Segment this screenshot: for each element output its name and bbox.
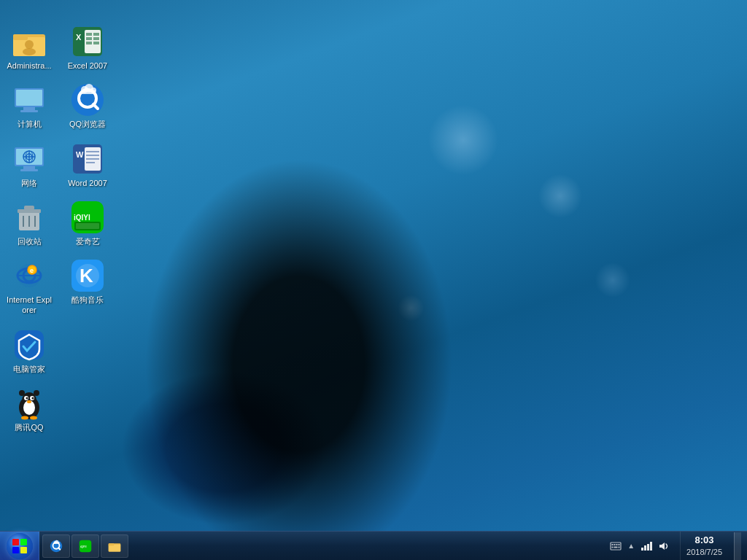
excel-label: Excel 2007: [68, 61, 107, 71]
icon-recycle[interactable]: 回收站: [2, 197, 57, 249]
svg-point-3: [25, 40, 34, 49]
svg-rect-51: [93, 42, 99, 44]
svg-rect-17: [20, 169, 38, 171]
icon-ie[interactable]: e Internet Explorer: [2, 255, 57, 319]
svg-rect-50: [86, 42, 92, 44]
svg-text:e: e: [30, 267, 34, 274]
icon-kugou[interactable]: K 酷狗音乐: [61, 255, 115, 308]
recycle-icon-img: [12, 200, 47, 235]
svg-rect-63: [86, 155, 99, 156]
recycle-label: 回收站: [18, 236, 42, 246]
svg-text:W: W: [76, 150, 84, 159]
iqiyi-icon-img: iQIYI: [70, 200, 105, 235]
network-icon-img: [12, 141, 47, 176]
administrator-label: Administra...: [7, 61, 51, 71]
svg-rect-75: [12, 547, 19, 553]
computer-label: 计算机: [18, 119, 42, 129]
tray-volume-icon[interactable]: [657, 539, 671, 553]
icon-excel2007[interactable]: X Excel 2007: [61, 21, 115, 74]
qq-icon-img: [12, 386, 47, 421]
svg-rect-16: [23, 166, 35, 169]
svg-rect-65: [86, 162, 95, 163]
svg-point-42: [34, 390, 39, 396]
svg-text:K: K: [80, 265, 93, 287]
taskbar-right: ▲: [598, 532, 747, 560]
svg-rect-97: [641, 548, 643, 551]
taskbar-qqbrowser[interactable]: [42, 534, 70, 558]
system-tray: ▲: [604, 532, 676, 560]
taskbar-qqbrowser-icon: [49, 539, 63, 553]
clock-area[interactable]: 8:03 2018/7/25: [680, 532, 728, 560]
qq-label: 腾讯QQ: [15, 422, 43, 432]
svg-rect-7: [23, 107, 35, 110]
clock-time: 8:03: [695, 534, 714, 547]
svg-rect-62: [86, 151, 99, 152]
excel-icon-img: X: [70, 24, 105, 59]
svg-rect-20: [24, 206, 34, 210]
kugou-icon-img: K: [70, 258, 105, 293]
tray-expand-button[interactable]: ▲: [626, 540, 636, 551]
taskbar-iqiyi[interactable]: iQIYI: [71, 534, 99, 558]
svg-marker-101: [659, 542, 665, 550]
kugou-label: 酷狗音乐: [71, 295, 104, 305]
svg-rect-94: [612, 546, 614, 548]
icon-network[interactable]: 网络: [2, 139, 57, 191]
icon-qqbrowser[interactable]: QQ浏览器: [61, 79, 115, 132]
ie-icon-img: e: [12, 258, 47, 293]
network-label: 网络: [21, 178, 37, 188]
svg-rect-96: [619, 546, 620, 548]
taskbar-iqiyi-icon: iQIYI: [78, 539, 93, 553]
icon-administrator[interactable]: Administra...: [2, 21, 57, 74]
svg-rect-47: [93, 33, 99, 36]
icon-iqiyi[interactable]: iQIYI 爱奇艺: [61, 197, 115, 249]
iqiyi-label: 爱奇艺: [76, 236, 100, 246]
taskbar: iQIYI: [0, 531, 747, 560]
svg-point-40: [30, 416, 37, 420]
taskbar-explorer[interactable]: [101, 534, 128, 558]
svg-rect-92: [616, 544, 618, 545]
svg-rect-73: [12, 539, 19, 545]
taskbar-explorer-icon: [107, 539, 122, 553]
svg-point-36: [26, 397, 28, 400]
svg-rect-99: [647, 544, 649, 551]
administrator-icon-img: [12, 24, 47, 59]
svg-rect-88: [109, 543, 115, 545]
svg-rect-48: [86, 37, 92, 40]
svg-rect-95: [614, 546, 618, 548]
qqbrowser-label: QQ浏览器: [69, 119, 106, 129]
icon-qq[interactable]: 腾讯QQ: [2, 383, 57, 435]
svg-rect-89: [611, 542, 621, 550]
svg-rect-6: [16, 90, 42, 106]
show-desktop-button[interactable]: [734, 532, 741, 560]
svg-rect-76: [20, 547, 27, 553]
svg-text:X: X: [76, 33, 82, 42]
icon-computer[interactable]: 计算机: [2, 79, 57, 132]
svg-rect-69: [76, 223, 99, 229]
svg-text:iQIYI: iQIYI: [80, 545, 87, 548]
icon-pcmanager[interactable]: 电脑管家: [2, 324, 57, 377]
svg-point-41: [19, 390, 25, 396]
start-orb: [7, 533, 33, 559]
svg-rect-91: [614, 544, 616, 545]
taskbar-apps: iQIYI: [39, 532, 598, 560]
svg-rect-100: [650, 542, 652, 551]
svg-rect-46: [86, 33, 92, 36]
computer-icon-img: [12, 82, 47, 117]
svg-rect-74: [20, 539, 27, 545]
pcmanager-icon-img: [12, 327, 47, 362]
icon-column-1: Administra... 计算机: [0, 15, 58, 442]
icon-column-2: X Excel 2007: [58, 15, 117, 314]
svg-point-4: [23, 48, 36, 55]
icon-word2007[interactable]: W Word 2007: [61, 139, 115, 191]
tray-network-icon[interactable]: [639, 539, 654, 553]
qqbrowser-icon-img: [70, 82, 105, 117]
svg-rect-64: [86, 158, 99, 160]
tray-keyboard-icon[interactable]: [608, 539, 623, 553]
word-icon-img: W: [70, 141, 105, 176]
svg-rect-90: [612, 544, 614, 545]
word-label: Word 2007: [68, 178, 107, 188]
svg-point-37: [32, 397, 34, 400]
desktop: Administra... 计算机: [0, 0, 747, 560]
svg-rect-2: [13, 34, 28, 40]
start-button[interactable]: [0, 532, 39, 561]
